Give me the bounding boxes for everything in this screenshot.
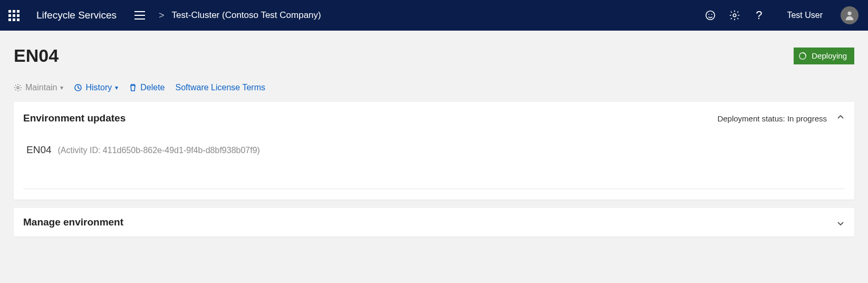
chevron-down-icon: ▾ — [115, 84, 118, 91]
hamburger-icon[interactable] — [131, 8, 148, 23]
waffle-icon[interactable] — [5, 7, 23, 24]
chevron-down-icon: ▾ — [60, 84, 63, 91]
breadcrumb-separator: > — [159, 10, 165, 21]
manage-environment-card[interactable]: Manage environment — [14, 208, 854, 237]
history-menu[interactable]: History ▾ — [74, 83, 118, 92]
header-actions: ? Test User — [705, 6, 859, 24]
command-bar: Maintain ▾ History ▾ Delete Software Lic… — [14, 83, 854, 92]
svg-point-5 — [17, 87, 19, 89]
history-label: History — [85, 83, 112, 92]
deploying-spinner-icon — [799, 52, 806, 60]
maintain-label: Maintain — [25, 83, 57, 92]
update-row: EN04 (Activity ID: 411d650b-862e-49d1-9f… — [23, 144, 845, 156]
page-title: EN04 — [14, 45, 59, 66]
user-avatar-icon[interactable] — [841, 6, 859, 24]
settings-gear-icon[interactable] — [729, 10, 740, 21]
status-badge-label: Deploying — [812, 51, 847, 60]
feedback-smiley-icon[interactable] — [705, 10, 716, 21]
svg-point-0 — [706, 11, 715, 20]
svg-point-3 — [734, 14, 737, 17]
page-body: EN04 Deploying Maintain ▾ History ▾ Dele… — [0, 31, 868, 237]
deployment-status-value: In progress — [787, 114, 827, 123]
top-header: Lifecycle Services > Test-Cluster (Conto… — [0, 0, 868, 31]
deployment-status-prefix: Deployment status: — [717, 114, 785, 123]
manage-env-title: Manage environment — [23, 216, 123, 228]
user-name[interactable]: Test User — [787, 11, 823, 20]
collapse-chevron-up-icon[interactable] — [836, 113, 845, 124]
update-env-name: EN04 — [26, 144, 52, 156]
deployment-status-text: Deployment status: In progress — [717, 114, 827, 123]
expand-chevron-down-icon[interactable] — [836, 217, 845, 228]
divider — [23, 188, 845, 189]
svg-point-2 — [711, 14, 712, 15]
update-activity-id: (Activity ID: 411d650b-862e-49d1-9f4b-d8… — [58, 146, 260, 155]
history-clock-icon — [74, 83, 82, 92]
env-updates-title: Environment updates — [23, 112, 126, 124]
breadcrumb[interactable]: Test-Cluster (Contoso Test Company) — [172, 10, 321, 21]
trash-icon — [129, 83, 137, 92]
status-badge: Deploying — [794, 48, 854, 64]
help-icon[interactable]: ? — [753, 10, 765, 21]
environment-updates-card: Environment updates Deployment status: I… — [14, 102, 854, 200]
delete-label: Delete — [140, 83, 165, 92]
license-label: Software License Terms — [176, 83, 265, 92]
app-title[interactable]: Lifecycle Services — [36, 10, 117, 21]
maintain-menu: Maintain ▾ — [14, 83, 63, 92]
svg-point-1 — [709, 14, 710, 15]
license-link[interactable]: Software License Terms — [176, 83, 265, 92]
delete-button[interactable]: Delete — [129, 83, 165, 92]
svg-point-4 — [847, 12, 851, 15]
gear-small-icon — [14, 83, 22, 92]
